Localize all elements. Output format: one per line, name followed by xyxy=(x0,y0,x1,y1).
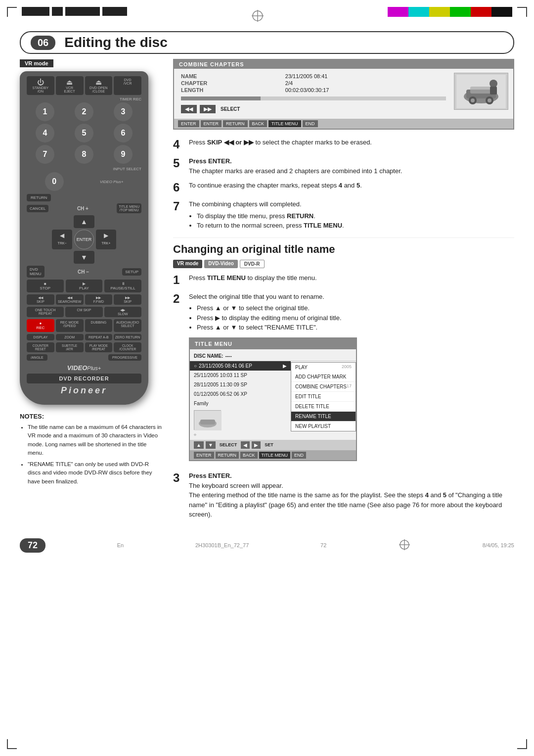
num-6-btn[interactable]: 6 xyxy=(114,124,133,142)
subtitle-btn[interactable]: SUBTITLE/ATR xyxy=(56,342,84,352)
color-block-magenta xyxy=(388,7,408,17)
title-entry-4[interactable]: 01/12/2005 06:52 06 XP xyxy=(190,389,291,399)
open-close-btn[interactable]: ⏏ DVD OPEN/CLOSE xyxy=(85,76,113,95)
bar3 xyxy=(65,7,100,16)
title-menu-btn-ui[interactable]: TITLE MENU xyxy=(268,120,301,127)
changing-section-heading: Changing an original title name xyxy=(173,237,514,256)
skip-back-btn[interactable]: ◀◀SKIP xyxy=(27,294,54,305)
play-mode-btn[interactable]: PLAY MODE/REPEAT xyxy=(85,342,113,352)
one-touch-btn[interactable]: ONE TOUCHREPEAT xyxy=(27,307,64,317)
tm-up-btn[interactable]: ▲ xyxy=(194,441,204,449)
ffwd-btn[interactable]: ▶▶F.FWD xyxy=(85,294,113,305)
step-2-change: 2 Select the original title that you wan… xyxy=(173,292,514,467)
return-btn-ui[interactable]: RETURN xyxy=(223,120,248,127)
audio-btn[interactable]: AUDIO/AUDIOSELECT xyxy=(114,319,141,332)
back-btn-ui[interactable]: BACK xyxy=(249,120,267,127)
page-footer: 72 En 2H30301B_En_72_77 72 8/4/05, 19:25 xyxy=(0,529,534,560)
clock-btn[interactable]: CLOCK/COUNTER xyxy=(114,342,141,352)
enter-center-btn[interactable]: ENTER xyxy=(74,230,94,249)
dpad-up-btn[interactable]: ▲ xyxy=(74,215,94,228)
chapter-value: 2/4 xyxy=(283,80,448,87)
corner-mark-br xyxy=(512,734,527,749)
skip-fwd-nav-btn[interactable]: ▶▶ xyxy=(200,105,216,113)
main-layout: VR mode ⏻ STANDBY/ON ⏏ VCREJECT ⏏ DVD O xyxy=(0,59,534,524)
num-0-btn[interactable]: 0 xyxy=(45,172,64,191)
crosshair-top xyxy=(251,9,265,24)
timer-rec-label: TIMER REC xyxy=(27,97,141,101)
table-row-length: LENGTH 00:02:03/00:30:17 xyxy=(179,87,448,94)
tm-left-btn[interactable]: ◀ xyxy=(241,441,250,449)
return-btn[interactable]: RETURN xyxy=(27,194,51,201)
badge-dvd-video: DVD-Video xyxy=(204,260,238,268)
ctx-add-chapter[interactable]: ADD CHAPTER MARK xyxy=(291,372,356,382)
end-btn-ui[interactable]: END xyxy=(303,120,318,127)
progressive-btn[interactable]: PROGRESSIVE xyxy=(108,354,141,361)
standby-btn[interactable]: ⏻ STANDBY/ON xyxy=(27,76,54,95)
combine-info-table: NAME 23/11/2005 08:41 CHAPTER 2/4 LENGTH… xyxy=(179,73,448,94)
tm-down-btn[interactable]: ▼ xyxy=(206,441,216,449)
ch-minus-label: CH − xyxy=(78,269,89,275)
ctx-play[interactable]: PLAY2005 xyxy=(291,363,356,372)
dvd-vcr-btn[interactable]: DVD/VCR xyxy=(114,76,141,95)
slow-btn[interactable]: ◀▶SLOW xyxy=(104,307,141,317)
step-4-content: Press SKIP ◀◀ or ▶▶ to select the chapte… xyxy=(189,138,372,147)
stop-btn[interactable]: ■STOP xyxy=(27,280,64,292)
tm-enter-btn[interactable]: ENTER xyxy=(194,452,214,459)
ctx-new-playlist[interactable]: NEW PLAYLIST xyxy=(291,422,356,431)
small-thumbnail xyxy=(194,410,221,430)
left-column: VR mode ⏻ STANDBY/ON ⏏ VCREJECT ⏏ DVD O xyxy=(20,59,163,524)
dpad-left-btn[interactable]: ◀TRK− xyxy=(52,230,72,249)
num-9-btn[interactable]: 9 xyxy=(114,145,133,164)
tm-right-btn[interactable]: ▶ xyxy=(252,441,261,449)
pause-btn[interactable]: ⏸PAUSE/STILL xyxy=(104,280,141,292)
tm-title-menu-btn[interactable]: TITLE MENU xyxy=(259,452,291,459)
dpad-right-btn[interactable]: ▶TRK+ xyxy=(96,230,116,249)
rec-mode-btn[interactable]: REC MODE/SPEED xyxy=(56,319,84,332)
cm-skip-btn[interactable]: CM SKIP xyxy=(65,307,102,317)
title-entry-3[interactable]: 28/11/2005 11:30 09 SP xyxy=(190,380,291,389)
title-entry-2[interactable]: 25/11/2005 10:03 11 SP xyxy=(190,371,291,380)
enter-btn-1[interactable]: ENTER xyxy=(178,120,199,127)
title-entry-5[interactable]: Family xyxy=(190,399,291,408)
setup-btn[interactable]: SETUP xyxy=(122,268,141,276)
tm-end-btn[interactable]: END xyxy=(292,452,306,459)
ctx-combine[interactable]: COMBINE CHAPTERS17 xyxy=(291,382,356,392)
arrow-right: ▶ xyxy=(283,362,287,370)
skip-back-nav-btn[interactable]: ◀◀ xyxy=(181,105,197,113)
dpad-down-btn[interactable]: ▼ xyxy=(74,251,94,264)
display-btn[interactable]: DISPLAY xyxy=(27,334,54,340)
ctx-edit-title[interactable]: EDIT TITLE xyxy=(291,392,356,402)
num-4-btn[interactable]: 4 xyxy=(36,124,54,142)
num-2-btn[interactable]: 2 xyxy=(75,102,93,121)
num-3-btn[interactable]: 3 xyxy=(114,102,133,121)
color-block-black xyxy=(491,7,512,17)
play-btn[interactable]: ▶PLAY xyxy=(66,280,103,292)
num-7-btn[interactable]: 7 xyxy=(36,145,54,164)
num-5-btn[interactable]: 5 xyxy=(75,124,93,142)
title-entry-selected[interactable]: ○ 23/11/2005 08:41 06 EP ▶ xyxy=(190,361,291,371)
dubbing-btn[interactable]: DUBBING xyxy=(85,319,113,332)
cancel-btn[interactable]: CANCEL xyxy=(27,205,48,212)
zero-return-btn[interactable]: ZERO RETURN xyxy=(114,334,141,340)
footer-page-num: 72 xyxy=(320,542,326,548)
repeat-ab-btn[interactable]: REPEAT A-B xyxy=(85,334,113,340)
footer-doc-ref: 2H30301B_En_72_77 xyxy=(195,542,249,548)
ctx-rename-title[interactable]: RENAME TITLE xyxy=(291,412,356,422)
dvd-menu-btn[interactable]: DVDMENU xyxy=(27,266,44,278)
num-1-btn[interactable]: 1 xyxy=(36,102,54,121)
num-8-btn[interactable]: 8 xyxy=(75,145,93,164)
enter-btn-2[interactable]: ENTER xyxy=(201,120,222,127)
rec-btn[interactable]: ●REC xyxy=(27,319,54,332)
skip-fwd-btn[interactable]: ▶▶SKIP xyxy=(114,294,141,305)
ctx-delete-title[interactable]: DELETE TITLE xyxy=(291,402,356,412)
tm-return-btn[interactable]: RETURN xyxy=(216,452,239,459)
counter-reset-btn[interactable]: COUNTERRESET xyxy=(27,342,54,352)
rew-btn[interactable]: ◀◀SEARCH/REW xyxy=(56,294,84,305)
dpad: ▲ ◀TRK− ENTER ▶TRK+ ▼ xyxy=(52,215,116,264)
tm-back-btn[interactable]: BACK xyxy=(240,452,258,459)
eject-btn[interactable]: ⏏ VCREJECT xyxy=(56,76,84,95)
title-menu-btn[interactable]: TITLE MENU/TOP MENU xyxy=(117,203,141,213)
disc-name-row: DISC NAME: ---- xyxy=(190,351,356,361)
angle-btn[interactable]: /ANGLE xyxy=(27,354,47,361)
zoom-btn[interactable]: ZOOM xyxy=(56,334,84,340)
